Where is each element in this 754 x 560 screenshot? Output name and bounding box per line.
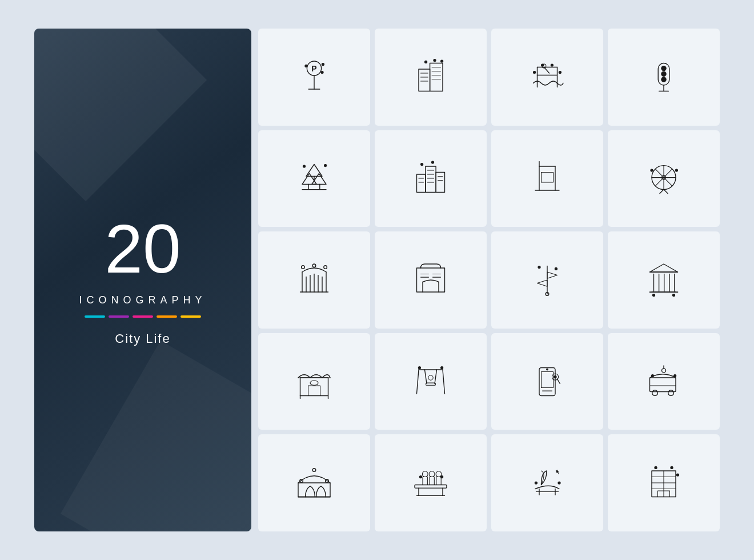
svg-line-118 [435, 370, 437, 384]
icon-cell-park-bench[interactable] [491, 434, 603, 531]
svg-point-153 [419, 476, 422, 478]
main-container: 20 ICONOGRAPHY City Life P [34, 29, 720, 531]
svg-point-18 [441, 60, 443, 62]
color-bars [79, 315, 206, 318]
icon-cell-bank[interactable] [608, 231, 720, 329]
icon-cell-bar-counter[interactable] [375, 434, 487, 531]
svg-point-25 [534, 71, 536, 73]
svg-line-69 [660, 190, 664, 194]
svg-point-122 [441, 366, 443, 369]
svg-rect-147 [423, 477, 427, 485]
svg-rect-44 [417, 174, 426, 193]
svg-point-95 [538, 266, 540, 268]
svg-point-168 [671, 466, 673, 469]
svg-point-16 [425, 61, 427, 63]
svg-rect-149 [436, 477, 441, 485]
svg-point-134 [668, 390, 674, 395]
svg-marker-100 [650, 264, 678, 272]
svg-line-115 [417, 370, 419, 394]
svg-point-131 [662, 368, 666, 372]
svg-point-96 [555, 267, 557, 270]
svg-marker-92 [547, 272, 558, 278]
svg-point-167 [655, 466, 657, 469]
svg-rect-148 [430, 477, 434, 485]
svg-point-151 [429, 471, 435, 477]
svg-point-169 [676, 474, 679, 476]
svg-point-17 [434, 59, 436, 61]
svg-point-83 [312, 264, 316, 267]
icon-cell-theater[interactable] [375, 231, 487, 329]
right-panel: P [258, 29, 720, 531]
svg-line-70 [664, 190, 668, 194]
icon-cell-parking-sign[interactable]: P [258, 29, 370, 126]
svg-point-121 [418, 366, 420, 369]
svg-text:P: P [311, 63, 316, 73]
svg-point-160 [558, 482, 560, 484]
svg-point-111 [310, 380, 318, 385]
svg-point-154 [441, 476, 443, 478]
icon-cell-bus-stop[interactable] [491, 130, 603, 227]
svg-point-136 [651, 374, 653, 377]
svg-point-81 [302, 266, 305, 269]
svg-point-106 [652, 294, 655, 296]
icon-cell-ferris-wheel[interactable] [608, 130, 720, 227]
icon-count: 20 [79, 214, 206, 283]
icon-cell-market-stall[interactable] [258, 333, 370, 430]
svg-point-107 [672, 294, 675, 296]
svg-rect-7 [419, 69, 430, 91]
iconography-label: ICONOGRAPHY [79, 294, 206, 306]
icon-cell-city-buildings[interactable] [375, 130, 487, 227]
svg-rect-110 [308, 386, 320, 396]
icon-cell-buildings[interactable] [375, 29, 487, 126]
svg-point-43 [324, 165, 327, 167]
svg-marker-93 [538, 280, 548, 286]
left-content: 20 ICONOGRAPHY City Life [79, 214, 206, 346]
svg-point-141 [312, 469, 316, 472]
icon-cell-apartment[interactable] [608, 434, 720, 531]
svg-line-116 [443, 370, 445, 394]
city-life-label: City Life [79, 331, 206, 346]
svg-point-42 [303, 165, 305, 167]
svg-rect-124 [542, 371, 554, 387]
icon-cell-navigation[interactable] [491, 333, 603, 430]
svg-point-129 [554, 375, 556, 378]
svg-point-158 [556, 471, 558, 473]
svg-rect-143 [415, 485, 447, 489]
svg-point-120 [428, 375, 433, 379]
icon-cell-traffic-light[interactable] [608, 29, 720, 126]
svg-point-5 [321, 71, 323, 73]
color-bar-cyan [85, 315, 105, 318]
color-bar-orange [157, 315, 177, 318]
svg-point-24 [551, 64, 553, 66]
icon-cell-signpost[interactable] [491, 231, 603, 329]
color-bar-pink [133, 315, 153, 318]
icon-cell-food-cart[interactable] [608, 333, 720, 430]
svg-point-82 [324, 266, 327, 269]
svg-point-31 [661, 71, 666, 76]
svg-point-137 [674, 374, 676, 377]
icon-cell-swimming-pool[interactable] [491, 29, 603, 126]
icon-cell-trees[interactable] [258, 130, 370, 227]
svg-point-159 [535, 482, 537, 484]
svg-point-32 [661, 77, 666, 82]
svg-point-4 [305, 65, 307, 67]
color-bar-purple [109, 315, 129, 318]
svg-rect-61 [542, 173, 554, 183]
svg-rect-130 [650, 378, 676, 392]
svg-rect-119 [426, 383, 436, 385]
svg-rect-46 [436, 173, 444, 193]
svg-point-56 [431, 161, 434, 163]
icon-cell-arch-building[interactable] [258, 434, 370, 531]
svg-point-126 [547, 368, 548, 370]
svg-point-55 [421, 163, 423, 166]
svg-point-30 [661, 66, 666, 70]
icon-cell-playground[interactable] [375, 333, 487, 430]
color-bar-yellow [181, 315, 201, 318]
svg-line-128 [558, 379, 560, 383]
svg-point-133 [652, 390, 658, 395]
svg-point-150 [422, 471, 428, 477]
icon-cell-park-gate[interactable] [258, 231, 370, 329]
svg-point-6 [322, 63, 324, 65]
svg-point-71 [651, 169, 653, 171]
svg-point-26 [559, 71, 561, 73]
